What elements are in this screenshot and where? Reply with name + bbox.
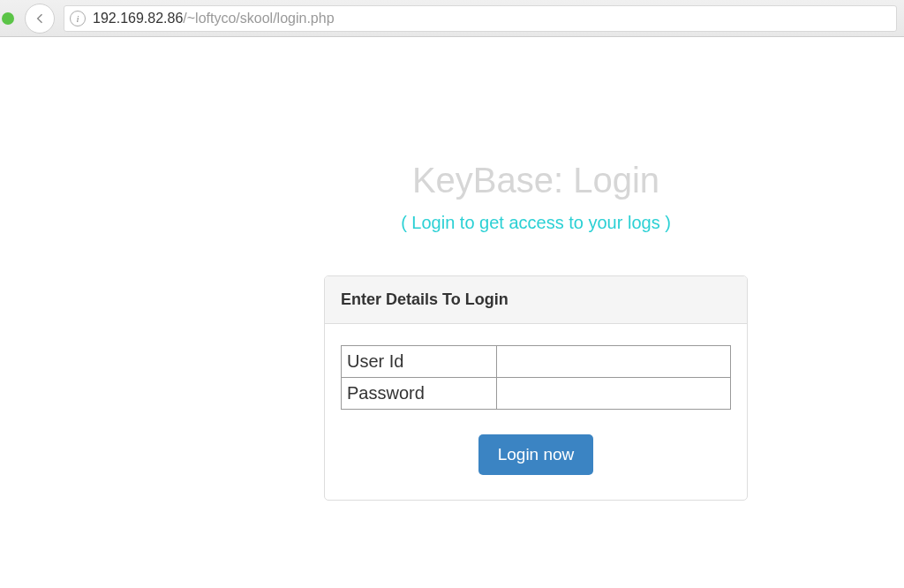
user-id-input[interactable] — [497, 346, 730, 377]
panel-header: Enter Details To Login — [325, 276, 747, 324]
button-row: Login now — [341, 434, 731, 475]
back-arrow-icon — [33, 11, 47, 26]
back-button[interactable] — [25, 4, 55, 34]
url-path: /~loftyco/skool/login.php — [183, 11, 334, 26]
user-id-label: User Id — [342, 346, 497, 378]
password-input[interactable] — [497, 378, 730, 409]
panel-body: User Id Password Login now — [325, 324, 747, 500]
site-info-icon[interactable]: i — [70, 11, 86, 26]
login-table: User Id Password — [341, 345, 731, 410]
table-row: User Id — [342, 346, 731, 378]
password-cell — [497, 378, 731, 410]
login-panel: Enter Details To Login User Id Password — [324, 275, 748, 501]
login-button[interactable]: Login now — [478, 434, 594, 475]
page-subtitle: ( Login to get access to your logs ) — [324, 213, 748, 233]
browser-toolbar: i 192.169.82.86 /~loftyco/skool/login.ph… — [0, 0, 904, 37]
url-host: 192.169.82.86 — [93, 11, 183, 26]
user-id-cell — [497, 346, 731, 378]
page-title: KeyBase: Login — [324, 161, 748, 200]
table-row: Password — [342, 378, 731, 410]
address-bar[interactable]: i 192.169.82.86 /~loftyco/skool/login.ph… — [64, 5, 897, 32]
window-indicator — [2, 12, 14, 25]
password-label: Password — [342, 378, 497, 410]
content-inner: KeyBase: Login ( Login to get access to … — [324, 161, 748, 501]
url-text: 192.169.82.86 /~loftyco/skool/login.php — [93, 11, 335, 26]
page-content: KeyBase: Login ( Login to get access to … — [0, 37, 904, 501]
